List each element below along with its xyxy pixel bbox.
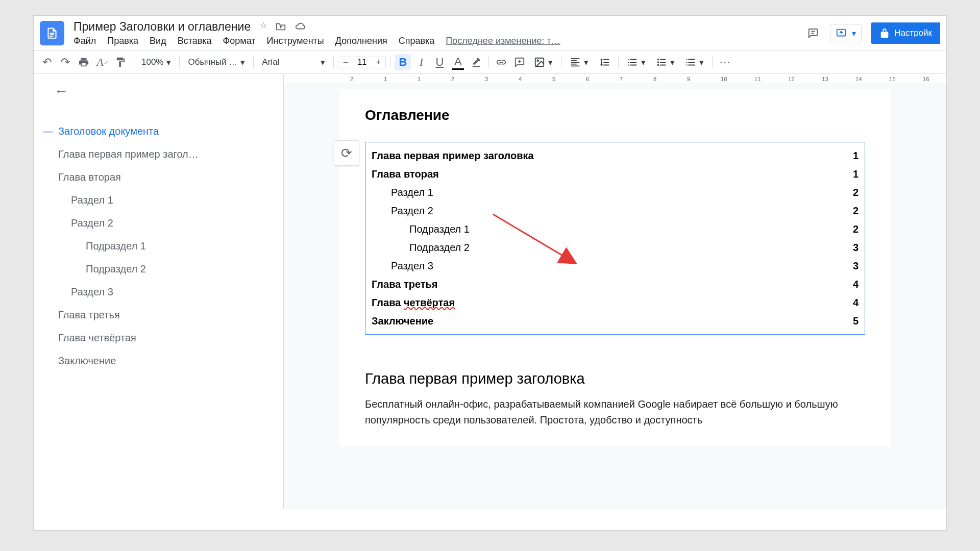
zoom-dropdown[interactable]: 100% ▾ [137, 57, 175, 68]
refresh-toc-button[interactable]: ⟳ [334, 140, 359, 166]
menu-edit[interactable]: Правка [107, 36, 138, 46]
font-dropdown[interactable]: Arial ▾ [258, 57, 329, 68]
ruler-tick: 3 [485, 76, 488, 82]
paint-format-icon[interactable] [112, 54, 129, 70]
more-icon[interactable]: ⋯ [717, 54, 733, 70]
menu-addons[interactable]: Дополнения [335, 36, 387, 46]
ruler-tick: 12 [788, 76, 795, 82]
outline-item[interactable]: Заключение [43, 349, 262, 372]
toolbar: ↶ ↷ A✓ 100% ▾ Обычный … ▾ Arial ▾ − + B … [34, 51, 946, 74]
toc-title: Оглавление [365, 107, 865, 123]
ruler-tick: 2 [451, 76, 455, 82]
ruler-tick: 2 [350, 76, 354, 82]
image-dropdown[interactable]: ▾ [530, 57, 557, 68]
toc-row[interactable]: Раздел 22 [372, 202, 859, 220]
checklist-dropdown[interactable]: ▾ [623, 57, 650, 68]
fontsize-minus[interactable]: − [338, 57, 353, 68]
outline-item[interactable]: Раздел 3 [43, 281, 262, 304]
star-icon[interactable]: ☆ [260, 20, 267, 34]
outline-item[interactable]: Раздел 2 [43, 212, 262, 235]
menu-format[interactable]: Формат [223, 36, 256, 46]
ruler-tick: 1 [418, 76, 421, 82]
toc-row[interactable]: Глава первая пример заголовка1 [372, 146, 859, 165]
toc-row[interactable]: Раздел 33 [372, 257, 859, 275]
toc-row[interactable]: Раздел 12 [372, 183, 859, 202]
underline-button[interactable]: U [431, 54, 448, 70]
ruler-tick: 7 [620, 76, 623, 82]
cloud-saved-icon[interactable] [295, 20, 306, 34]
ruler-tick: 14 [855, 76, 862, 82]
menu-help[interactable]: Справка [399, 36, 435, 46]
ruler-tick: 11 [754, 76, 761, 82]
toc-row[interactable]: Глава третья4 [372, 275, 859, 293]
highlight-button[interactable] [468, 54, 484, 70]
line-spacing-dropdown[interactable] [595, 57, 614, 68]
outline-item[interactable]: Глава первая пример загол… [43, 143, 262, 166]
ruler-tick: 1 [384, 76, 387, 82]
text-color-button[interactable]: A [450, 54, 466, 70]
ruler-tick: 15 [889, 76, 896, 82]
toc-row[interactable]: Заключение5 [372, 312, 859, 330]
print-icon[interactable] [76, 54, 92, 70]
outline-item[interactable]: Раздел 1 [43, 189, 262, 212]
toc-box[interactable]: ⟳ Глава первая пример заголовка1Глава вт… [365, 142, 865, 335]
document-title[interactable]: Пример Заголовки и оглавление [74, 20, 251, 34]
settings-button[interactable]: Настройк [871, 22, 940, 44]
bold-button[interactable]: B [395, 54, 411, 70]
toc-row[interactable]: Глава четвёртая4 [372, 293, 859, 312]
add-comment-icon[interactable] [511, 54, 528, 70]
svg-point-6 [537, 60, 539, 61]
style-dropdown[interactable]: Обычный … ▾ [184, 57, 249, 68]
ruler-tick: 6 [586, 76, 590, 82]
ruler-tick: 10 [721, 76, 727, 82]
last-change-link[interactable]: Последнее изменение: т… [446, 36, 560, 46]
svg-point-8 [657, 61, 659, 63]
menu-file[interactable]: Файл [74, 36, 96, 46]
ruler-tick: 16 [923, 76, 929, 82]
move-icon[interactable] [275, 20, 286, 34]
menu-view[interactable]: Вид [150, 36, 166, 46]
font-size-control[interactable]: − + [338, 57, 386, 68]
spellcheck-icon[interactable]: A✓ [94, 54, 110, 70]
outline-item[interactable]: Глава третья [43, 304, 262, 327]
outline-item[interactable]: Подраздел 2 [43, 258, 262, 281]
body-paragraph: Бесплатный онлайн-офис, разрабатываемый … [365, 396, 865, 428]
svg-point-9 [657, 64, 659, 66]
undo-icon[interactable]: ↶ [39, 54, 55, 70]
fontsize-plus[interactable]: + [371, 57, 385, 68]
link-icon[interactable] [493, 54, 509, 70]
fontsize-input[interactable] [353, 58, 371, 67]
italic-button[interactable]: I [413, 54, 429, 70]
menubar: Файл Правка Вид Вставка Формат Инструмен… [74, 36, 805, 46]
toc-row[interactable]: Подраздел 23 [372, 238, 859, 257]
redo-icon[interactable]: ↷ [57, 54, 74, 70]
page[interactable]: Оглавление ⟳ Глава первая пример заголов… [339, 89, 891, 446]
outline-item[interactable]: Подраздел 1 [43, 235, 262, 258]
outline-item[interactable]: Глава вторая [43, 166, 262, 189]
toc-row[interactable]: Глава вторая1 [372, 165, 859, 183]
ruler-tick: 8 [653, 76, 657, 82]
toc-row[interactable]: Подраздел 12 [372, 220, 859, 238]
ruler[interactable]: 211234567891011121314151617 [284, 74, 946, 84]
outline-item[interactable]: Глава четвёртая [43, 327, 262, 349]
settings-button-label: Настройк [894, 28, 932, 38]
svg-point-7 [657, 59, 659, 61]
caret-down-icon: ▾ [852, 29, 856, 38]
align-dropdown[interactable]: ▾ [566, 57, 593, 68]
outline-panel: ← Заголовок документаГлава первая пример… [34, 74, 284, 509]
heading-1: Глава первая пример заголовка [365, 370, 865, 387]
docs-logo[interactable] [40, 21, 64, 45]
ruler-tick: 5 [552, 76, 556, 82]
back-arrow-icon[interactable]: ← [54, 83, 68, 99]
ruler-tick: 4 [519, 76, 522, 82]
present-button[interactable]: ▾ [830, 24, 862, 42]
ruler-tick: 13 [822, 76, 828, 82]
bullet-list-dropdown[interactable]: ▾ [652, 57, 679, 68]
menu-tools[interactable]: Инструменты [267, 36, 324, 46]
menu-insert[interactable]: Вставка [178, 36, 212, 46]
comments-icon[interactable] [805, 26, 821, 41]
numbered-list-dropdown[interactable]: ▾ [681, 57, 708, 68]
outline-item[interactable]: Заголовок документа [43, 120, 262, 143]
ruler-tick: 9 [687, 76, 691, 82]
